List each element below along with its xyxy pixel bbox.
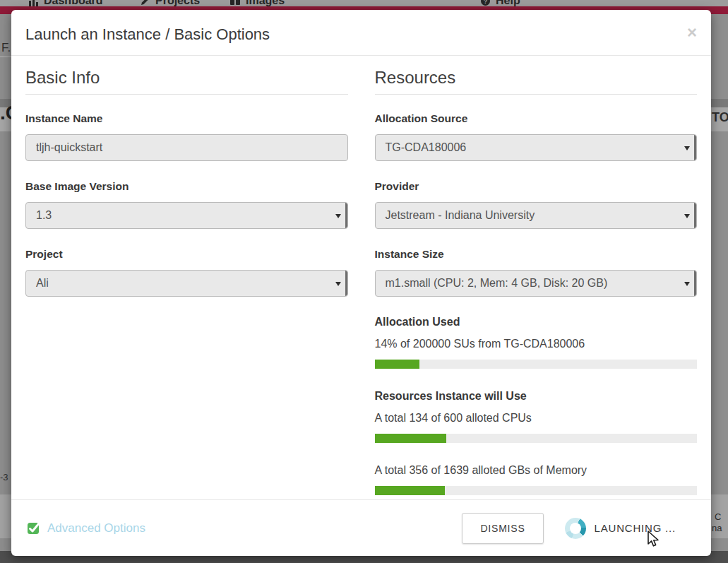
- spinner-hole: [570, 523, 581, 534]
- basic-info-heading: Basic Info: [25, 67, 348, 95]
- close-icon[interactable]: ×: [687, 24, 697, 41]
- progress-fill: [375, 434, 447, 443]
- background-divider: [0, 57, 11, 57]
- instance-name-label: Instance Name: [25, 112, 348, 126]
- provider-select[interactable]: Jetstream - Indiana University: [375, 202, 698, 229]
- cpu-usage-text: A total 134 of 600 alloted CPUs: [375, 411, 698, 425]
- project-label: Project: [25, 247, 348, 261]
- background-text-fragment: TO: [712, 110, 728, 125]
- background-text-fragment: na: [712, 523, 722, 533]
- resources-section: Resources Allocation Source TG-CDA180006…: [375, 67, 698, 516]
- modal-header: Launch an Instance / Basic Options ×: [11, 10, 711, 56]
- checkbox-checked-icon: [27, 521, 41, 535]
- advanced-options-link[interactable]: Advanced Options: [27, 521, 145, 535]
- project-value: Ali: [36, 277, 49, 289]
- mouse-cursor: [647, 531, 662, 547]
- basic-info-section: Basic Info Instance Name tljh-quickstart…: [25, 67, 348, 516]
- chevron-down-icon: [684, 214, 690, 218]
- allocation-used-text: 14% of 200000 SUs from TG-CDA180006: [375, 337, 698, 351]
- background-text-fragment: F.: [1, 41, 11, 55]
- chevron-down-icon: [335, 282, 341, 286]
- allocation-source-label: Allocation Source: [375, 112, 698, 126]
- modal-body: Basic Info Instance Name tljh-quickstart…: [11, 56, 711, 516]
- cpu-usage-progressbar: [375, 434, 698, 443]
- instance-size-value: m1.small (CPU: 2, Mem: 4 GB, Disk: 20 GB…: [386, 277, 608, 289]
- allocation-used-heading: Allocation Used: [375, 315, 698, 329]
- base-image-version-label: Base Image Version: [25, 179, 348, 194]
- base-image-version-value: 1.3: [36, 209, 52, 221]
- advanced-options-label: Advanced Options: [47, 521, 145, 535]
- instance-size-label: Instance Size: [375, 247, 698, 261]
- chevron-down-icon: [684, 282, 690, 286]
- memory-usage-progressbar: [375, 486, 698, 495]
- help-icon: ?: [480, 0, 491, 6]
- dashboard-icon: [28, 0, 39, 6]
- allocation-source-value: TG-CDA180006: [386, 141, 467, 153]
- dismiss-button[interactable]: DISMISS: [462, 513, 543, 544]
- provider-label: Provider: [375, 179, 698, 194]
- resources-heading: Resources: [375, 67, 698, 95]
- svg-text:?: ?: [484, 0, 488, 5]
- project-select[interactable]: Ali: [25, 270, 348, 297]
- images-icon: [229, 0, 241, 6]
- pencil-icon: [140, 0, 150, 6]
- modal-title: Launch an Instance / Basic Options: [25, 25, 697, 44]
- instance-name-input[interactable]: tljh-quickstart: [25, 134, 348, 161]
- screen: Dashboard Projects Images ? Help F. .C -…: [0, 0, 728, 563]
- select-edge: [345, 203, 347, 228]
- instance-resources-heading: Resources Instance will Use: [375, 389, 698, 403]
- select-edge: [345, 271, 347, 296]
- chevron-down-icon: [684, 146, 690, 150]
- background-text-fragment: C: [715, 511, 721, 522]
- allocation-source-select[interactable]: TG-CDA180006: [375, 134, 698, 161]
- provider-value: Jetstream - Indiana University: [386, 209, 535, 221]
- memory-usage-text: A total 356 of 1639 alloted GBs of Memor…: [375, 463, 698, 478]
- chevron-down-icon: [335, 214, 341, 218]
- allocation-used-progressbar: [375, 360, 698, 369]
- launch-instance-modal: Launch an Instance / Basic Options × Bas…: [11, 10, 711, 556]
- select-edge: [694, 203, 696, 228]
- progress-fill: [375, 360, 420, 369]
- instance-size-select[interactable]: m1.small (CPU: 2, Mem: 4 GB, Disk: 20 GB…: [375, 270, 698, 297]
- select-edge: [694, 135, 696, 160]
- modal-footer: Advanced Options DISMISS LAUNCHING ...: [11, 499, 711, 556]
- loading-spinner-icon: [565, 518, 586, 539]
- instance-name-value: tljh-quickstart: [36, 141, 102, 153]
- select-edge: [694, 271, 696, 296]
- base-image-version-select[interactable]: 1.3: [25, 202, 348, 229]
- progress-fill: [375, 486, 445, 495]
- launching-label: LAUNCHING ...: [595, 522, 676, 534]
